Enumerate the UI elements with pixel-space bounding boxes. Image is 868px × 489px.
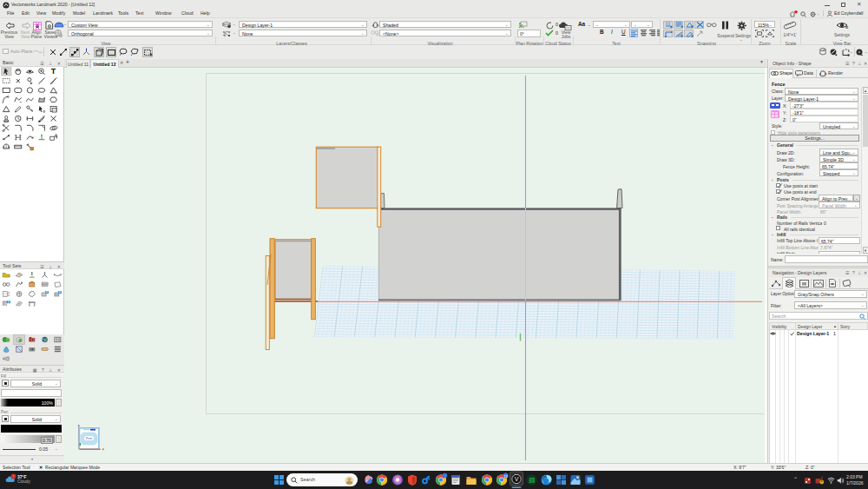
svg-text:19: 19 (503, 474, 508, 479)
svg-text:P: P (59, 291, 61, 294)
svg-text:P: P (46, 291, 48, 294)
svg-text:P: P (8, 301, 10, 304)
svg-text:!: ! (13, 474, 14, 479)
svg-text:V: V (515, 476, 519, 482)
svg-text:Print: Print (86, 437, 92, 440)
svg-text:T: T (51, 67, 56, 76)
svg-text:z: z (78, 423, 80, 427)
